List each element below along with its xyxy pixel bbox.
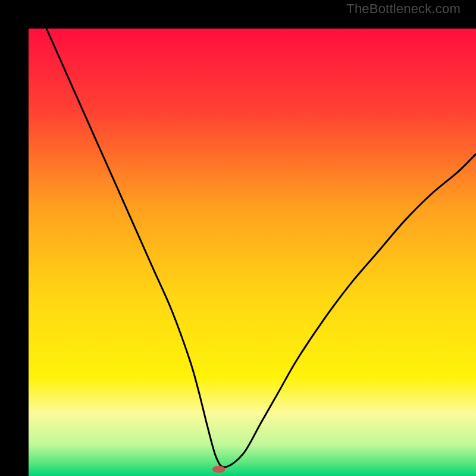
chart-frame bbox=[0, 0, 476, 476]
chart-svg bbox=[29, 29, 476, 476]
chart-background bbox=[29, 29, 476, 476]
optimal-point-marker bbox=[212, 466, 226, 473]
watermark-text: TheBottleneck.com bbox=[346, 1, 461, 17]
chart-plot-area bbox=[29, 29, 476, 476]
